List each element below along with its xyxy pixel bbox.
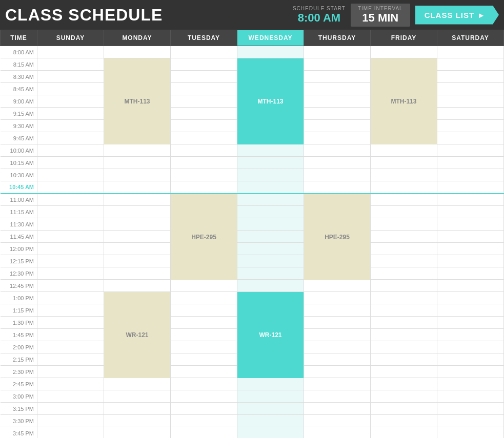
time-cell: 8:00 AM: [1, 46, 37, 58]
schedule-cell: [237, 280, 304, 292]
table-row: 8:15 AMMTH-113MTH-113MTH-113: [1, 58, 504, 71]
schedule-cell: [171, 108, 237, 120]
col-header-tuesday: TUESDAY: [171, 30, 237, 46]
class-block[interactable]: HPE-295: [304, 194, 370, 280]
schedule-cell: [171, 329, 237, 341]
schedule-cell: [304, 46, 371, 58]
schedule-cell: [37, 71, 104, 83]
schedule-cell: [237, 378, 304, 390]
schedule-cell: [304, 292, 371, 304]
schedule-cell: [237, 231, 304, 243]
schedule-cell: [371, 317, 437, 329]
schedule-cell: [371, 427, 437, 439]
header: CLASS SCHEDULE SCHEDULE START 8:00 AM TI…: [0, 0, 504, 30]
time-cell: 12:30 PM: [1, 267, 37, 280]
table-row: 3:00 PM: [1, 390, 504, 403]
schedule-cell: [171, 378, 237, 390]
table-row: 10:45 AM: [1, 181, 504, 194]
schedule-cell: [237, 255, 304, 267]
table-row: 12:45 PM: [1, 280, 504, 292]
schedule-cell: [104, 390, 171, 403]
schedule-cell: [37, 95, 104, 108]
schedule-cell: [37, 157, 104, 169]
schedule-start-value: 8:00 AM: [293, 11, 346, 25]
schedule-cell: [437, 169, 504, 181]
schedule-cell: [304, 378, 371, 390]
time-cell: 12:45 PM: [1, 280, 37, 292]
time-cell: 10:15 AM: [1, 157, 37, 169]
schedule-cell: [104, 403, 171, 415]
table-row: 10:30 AM: [1, 169, 504, 181]
schedule-cell: [171, 390, 237, 403]
schedule-cell: [37, 353, 104, 366]
table-row: 8:00 AM: [1, 46, 504, 58]
schedule-cell: [37, 58, 104, 71]
schedule-cell: [304, 58, 371, 71]
schedule-cell: [37, 329, 104, 341]
schedule-cell: [304, 304, 371, 317]
schedule-cell: [437, 132, 504, 144]
schedule-cell: [104, 378, 171, 390]
schedule-cell: [371, 353, 437, 366]
schedule-cell: [104, 255, 171, 267]
schedule-cell: [437, 415, 504, 427]
schedule-cell: [437, 329, 504, 341]
schedule-cell: [104, 280, 171, 292]
schedule-cell: [371, 329, 437, 341]
schedule-cell: HPE-295: [171, 194, 237, 280]
class-block[interactable]: MTH-113: [237, 58, 304, 144]
schedule-container: TIMESUNDAYMONDAYTUESDAYWEDNESDAYTHURSDAY…: [0, 30, 504, 438]
schedule-cell: [237, 390, 304, 403]
schedule-cell: [237, 243, 304, 255]
table-body: 8:00 AM8:15 AMMTH-113MTH-113MTH-1138:30 …: [1, 46, 504, 439]
schedule-cell: [104, 206, 171, 218]
class-block[interactable]: HPE-295: [171, 194, 237, 280]
schedule-cell: [171, 304, 237, 317]
schedule-cell: [37, 108, 104, 120]
schedule-cell: [104, 169, 171, 181]
schedule-cell: [37, 231, 104, 243]
schedule-cell: [104, 144, 171, 157]
class-block[interactable]: MTH-113: [104, 58, 170, 144]
class-block[interactable]: WR-121: [104, 292, 170, 378]
schedule-cell: [437, 218, 504, 231]
schedule-cell: [437, 58, 504, 71]
schedule-cell: [304, 120, 371, 132]
class-list-button[interactable]: CLASS LIST ►: [415, 6, 499, 25]
schedule-cell: [437, 255, 504, 267]
schedule-cell: [37, 378, 104, 390]
time-cell: 12:15 PM: [1, 255, 37, 267]
schedule-cell: [37, 341, 104, 353]
time-interval-label: TIME INTERVAL: [358, 6, 403, 11]
time-cell: 1:15 PM: [1, 304, 37, 317]
schedule-cell: [437, 317, 504, 329]
class-block[interactable]: WR-121: [237, 292, 304, 378]
schedule-cell: [37, 46, 104, 58]
class-block[interactable]: MTH-113: [371, 58, 437, 144]
schedule-cell: [37, 194, 104, 206]
table-row: 12:30 PM: [1, 267, 504, 280]
schedule-cell: [171, 427, 237, 439]
table-row: 1:00 PMWR-121WR-121: [1, 292, 504, 304]
schedule-cell: [104, 243, 171, 255]
time-cell: 9:00 AM: [1, 95, 37, 108]
schedule-cell: [37, 206, 104, 218]
col-header-wednesday: WEDNESDAY: [237, 30, 304, 46]
header-row: TIMESUNDAYMONDAYTUESDAYWEDNESDAYTHURSDAY…: [1, 30, 504, 46]
table-row: 10:15 AM: [1, 157, 504, 169]
schedule-cell: [171, 181, 237, 194]
col-header-friday: FRIDAY: [371, 30, 437, 46]
schedule-cell: [437, 280, 504, 292]
time-cell: 2:30 PM: [1, 366, 37, 378]
col-header-monday: MONDAY: [104, 30, 171, 46]
time-cell: 11:00 AM: [1, 194, 37, 206]
schedule-cell: [437, 120, 504, 132]
schedule-cell: [371, 304, 437, 317]
arrow-right-icon: ►: [477, 11, 486, 19]
schedule-cell: [37, 144, 104, 157]
schedule-cell: [304, 95, 371, 108]
schedule-cell: MTH-113: [237, 58, 304, 144]
schedule-cell: [37, 267, 104, 280]
schedule-cell: [371, 366, 437, 378]
schedule-cell: [304, 83, 371, 95]
